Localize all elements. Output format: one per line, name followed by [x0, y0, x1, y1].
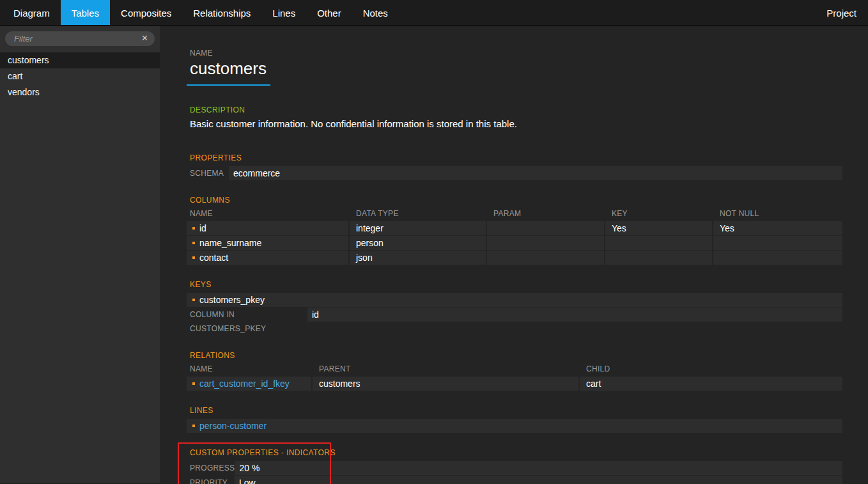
column-param-cell[interactable]: [487, 221, 604, 235]
col-header-datatype: DATA TYPE: [350, 208, 486, 219]
line-name-link: person-customer: [199, 421, 267, 431]
nav-tabs: Diagram Tables Composites Relationships …: [0, 0, 399, 25]
keys-heading: KEYS: [187, 280, 842, 290]
custom-properties-section: CUSTOM PROPERTIES - INDICATORS PROGRESS …: [187, 448, 842, 484]
keys-section: KEYS customers_pkey COLUMN IN CUSTOMERS_…: [187, 280, 842, 336]
col-header-param: PARAM: [487, 208, 604, 219]
lines-section: LINES person-customer: [187, 406, 842, 433]
bullet-icon: [192, 382, 195, 385]
sidebar-item-vendors[interactable]: vendors: [0, 84, 160, 100]
col-header-notnull: NOT NULL: [713, 208, 842, 219]
column-key-cell[interactable]: [605, 251, 712, 265]
name-label: NAME: [187, 49, 842, 58]
column-name-cell[interactable]: id: [187, 221, 348, 235]
bullet-icon: [192, 227, 195, 230]
clear-filter-icon[interactable]: ✕: [141, 33, 148, 43]
column-name-cell[interactable]: name_surname: [187, 236, 348, 250]
relation-name-link: cart_customer_id_fkey: [199, 377, 290, 391]
table-row: contact json: [187, 251, 842, 265]
column-name: contact: [199, 251, 228, 265]
column-param-cell[interactable]: [487, 236, 604, 250]
tab-diagram[interactable]: Diagram: [3, 0, 61, 25]
column-notnull-cell[interactable]: [713, 236, 842, 250]
tab-other[interactable]: Other: [306, 0, 352, 25]
rel-header-parent: PARENT: [313, 364, 578, 374]
description-section: DESCRIPTION Basic customer information. …: [187, 105, 842, 129]
column-datatype-link[interactable]: person: [350, 236, 486, 250]
column-name: id: [199, 221, 206, 235]
column-notnull-cell[interactable]: Yes: [713, 221, 842, 235]
bullet-icon: [192, 299, 195, 301]
tab-tables[interactable]: Tables: [61, 0, 110, 25]
col-header-key: KEY: [605, 208, 712, 219]
col-header-name: NAME: [187, 208, 348, 219]
filter-input[interactable]: [5, 31, 155, 46]
project-menu[interactable]: Project: [815, 0, 868, 25]
tab-relationships[interactable]: Relationships: [182, 0, 261, 25]
relation-row: cart_customer_id_fkey customers cart: [187, 377, 842, 391]
relations-section: RELATIONS NAME PARENT CHILD cart_custome…: [187, 351, 842, 391]
tab-notes[interactable]: Notes: [352, 0, 399, 25]
priority-value[interactable]: Low: [235, 476, 842, 484]
properties-heading: PROPERTIES: [187, 153, 842, 163]
bullet-icon: [192, 425, 195, 427]
tab-lines[interactable]: Lines: [261, 0, 306, 25]
columns-section: COLUMNS NAME DATA TYPE PARAM KEY NOT NUL…: [187, 196, 842, 265]
column-name: name_surname: [199, 236, 261, 250]
sidebar-item-cart[interactable]: cart: [0, 68, 160, 84]
table-list: customers cart vendors: [0, 52, 160, 100]
relation-name-cell[interactable]: cart_customer_id_fkey: [187, 377, 311, 391]
priority-label: PRIORITY: [187, 476, 235, 484]
relations-heading: RELATIONS: [187, 351, 842, 361]
table-detail-panel: NAME customers DESCRIPTION Basic custome…: [160, 26, 868, 483]
column-notnull-cell[interactable]: [713, 251, 842, 265]
key-row[interactable]: customers_pkey: [187, 293, 842, 307]
description-text: Basic customer information. No confident…: [187, 118, 842, 129]
columns-header-row: NAME DATA TYPE PARAM KEY NOT NULL: [187, 208, 842, 219]
progress-value[interactable]: 20 %: [235, 461, 842, 475]
lines-heading: LINES: [187, 406, 842, 416]
column-key-cell[interactable]: Yes: [605, 221, 712, 235]
description-heading: DESCRIPTION: [187, 105, 842, 115]
column-datatype-cell[interactable]: integer: [350, 221, 486, 235]
bullet-icon: [192, 242, 195, 244]
rel-header-name: NAME: [187, 364, 311, 374]
column-key-cell[interactable]: [605, 236, 712, 250]
filter-box: ✕: [5, 31, 155, 46]
schema-label: SCHEMA: [187, 166, 229, 180]
top-nav: Diagram Tables Composites Relationships …: [0, 0, 868, 26]
line-row[interactable]: person-customer: [187, 419, 842, 433]
properties-section: PROPERTIES SCHEMA ecommerce: [187, 153, 842, 180]
custom-properties-heading: CUSTOM PROPERTIES - INDICATORS: [187, 448, 842, 458]
sidebar-item-customers[interactable]: customers: [0, 52, 160, 68]
key-column-label: COLUMN IN CUSTOMERS_PKEY: [187, 308, 307, 336]
column-param-cell[interactable]: [487, 251, 604, 265]
table-row: id integer Yes Yes: [187, 221, 842, 235]
sidebar: ✕ customers cart vendors: [0, 26, 160, 483]
relation-child-link[interactable]: cart: [580, 377, 842, 391]
progress-label: PROGRESS: [187, 461, 235, 475]
column-datatype-cell[interactable]: json: [350, 251, 486, 265]
column-name-cell[interactable]: contact: [187, 251, 348, 265]
table-row: name_surname person: [187, 236, 842, 250]
tab-composites[interactable]: Composites: [110, 0, 182, 25]
relations-header-row: NAME PARENT CHILD: [187, 364, 842, 374]
columns-heading: COLUMNS: [187, 196, 842, 205]
key-name: customers_pkey: [199, 295, 265, 305]
schema-value[interactable]: ecommerce: [229, 166, 842, 180]
relation-parent-link[interactable]: customers: [313, 377, 578, 391]
table-name-title: customers: [187, 58, 270, 86]
bullet-icon: [192, 256, 195, 259]
rel-header-child: CHILD: [580, 364, 842, 374]
key-column-value[interactable]: id: [307, 308, 842, 322]
